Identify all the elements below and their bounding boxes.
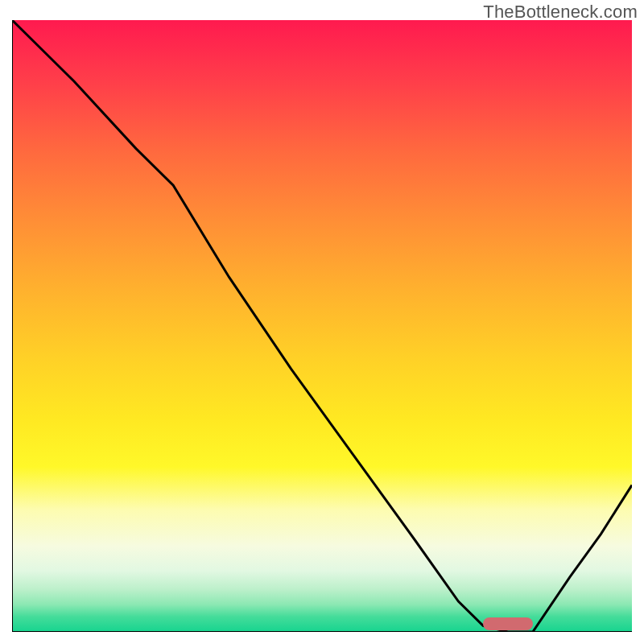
bottleneck-curve-line [12, 20, 632, 632]
chart-container: TheBottleneck.com [0, 0, 644, 644]
optimal-range-marker [483, 617, 533, 630]
plot-area [12, 20, 632, 632]
curve-layer [12, 20, 632, 632]
